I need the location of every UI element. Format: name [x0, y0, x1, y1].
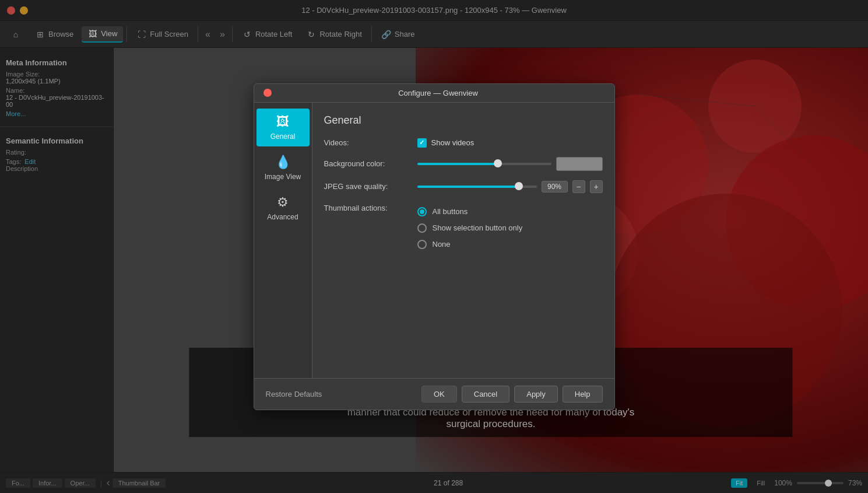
dialog-titlebar: Configure — Gwenview [254, 84, 614, 103]
show-videos-label: Show videos [431, 138, 475, 147]
general-nav-icon: 🖼 [276, 114, 289, 130]
bg-color-row: Background color: [324, 157, 603, 171]
apply-button[interactable]: Apply [514, 386, 558, 403]
radio-all-buttons-outer[interactable] [417, 207, 427, 216]
dialog-content: General Videos: Show videos Background c… [312, 103, 614, 378]
jpeg-quality-increment[interactable]: + [590, 180, 603, 193]
thumbnail-actions-radio-group: All buttons Show selection button only N… [417, 207, 523, 249]
image-view-nav-icon: 💧 [275, 155, 291, 170]
bg-color-preview[interactable] [556, 157, 603, 171]
footer-right: OK Cancel Apply Help [421, 386, 603, 403]
thumbnail-actions-row: Thumbnail actions: All buttons Show sele… [324, 202, 603, 249]
videos-label: Videos: [324, 138, 412, 147]
radio-selection-only-label: Show selection button only [433, 223, 523, 232]
dialog-title: Configure — Gwenview [272, 89, 605, 97]
restore-defaults-button[interactable]: Restore Defaults [266, 386, 322, 402]
dialog-sidebar: 🖼 General 💧 Image View ⚙ Advanced [254, 103, 312, 378]
advanced-nav-label: Advanced [267, 213, 298, 221]
radio-all-buttons[interactable]: All buttons [417, 207, 523, 216]
dialog-nav-general[interactable]: 🖼 General [256, 109, 310, 146]
content-title: General [324, 114, 603, 127]
jpeg-quality-row: JPEG save quality: 90% − + [324, 180, 603, 193]
dialog-nav-image-view[interactable]: 💧 Image View [256, 149, 310, 187]
radio-selection-only[interactable]: Show selection button only [417, 223, 523, 233]
radio-none-label: None [433, 240, 451, 249]
jpeg-quality-slider-fill [417, 186, 519, 188]
dialog-footer: Restore Defaults OK Cancel Apply Help [254, 378, 614, 410]
radio-all-buttons-label: All buttons [433, 207, 468, 216]
videos-control: Show videos [417, 138, 603, 148]
footer-left: Restore Defaults [266, 386, 322, 402]
jpeg-quality-control: 90% − + [417, 180, 603, 193]
ok-button[interactable]: OK [421, 386, 457, 403]
show-videos-checkbox[interactable] [417, 138, 427, 148]
jpeg-quality-label: JPEG save quality: [324, 182, 412, 191]
videos-row: Videos: Show videos [324, 138, 603, 148]
configure-dialog: Configure — Gwenview 🖼 General 💧 Image V… [254, 83, 615, 410]
image-view-nav-label: Image View [265, 173, 301, 181]
general-nav-label: General [270, 132, 296, 141]
jpeg-quality-value: 90% [542, 181, 568, 193]
dialog-overlay: Configure — Gwenview 🖼 General 💧 Image V… [0, 0, 868, 493]
bg-color-label: Background color: [324, 159, 412, 168]
dialog-close-button[interactable] [263, 89, 272, 97]
advanced-nav-icon: ⚙ [277, 195, 289, 210]
radio-all-buttons-inner [420, 209, 424, 214]
bg-color-slider-container [417, 163, 551, 165]
thumbnail-actions-label: Thumbnail actions: [324, 202, 412, 212]
help-button[interactable]: Help [563, 386, 603, 403]
jpeg-quality-decrement[interactable]: − [572, 180, 585, 193]
radio-none[interactable]: None [417, 240, 523, 249]
dialog-body: 🖼 General 💧 Image View ⚙ Advanced Genera… [254, 103, 614, 378]
jpeg-quality-slider-track[interactable] [417, 186, 537, 188]
dialog-nav-advanced[interactable]: ⚙ Advanced [256, 189, 310, 227]
bg-color-slider-track[interactable] [417, 163, 551, 165]
bg-color-control [417, 157, 603, 171]
jpeg-quality-slider-thumb[interactable] [515, 182, 523, 190]
radio-selection-only-outer[interactable] [417, 223, 427, 233]
jpeg-quality-slider-container [417, 186, 537, 188]
cancel-button[interactable]: Cancel [462, 386, 509, 403]
radio-none-outer[interactable] [417, 240, 427, 249]
bg-color-slider-thumb[interactable] [494, 159, 502, 167]
bg-color-slider-fill [417, 163, 498, 165]
